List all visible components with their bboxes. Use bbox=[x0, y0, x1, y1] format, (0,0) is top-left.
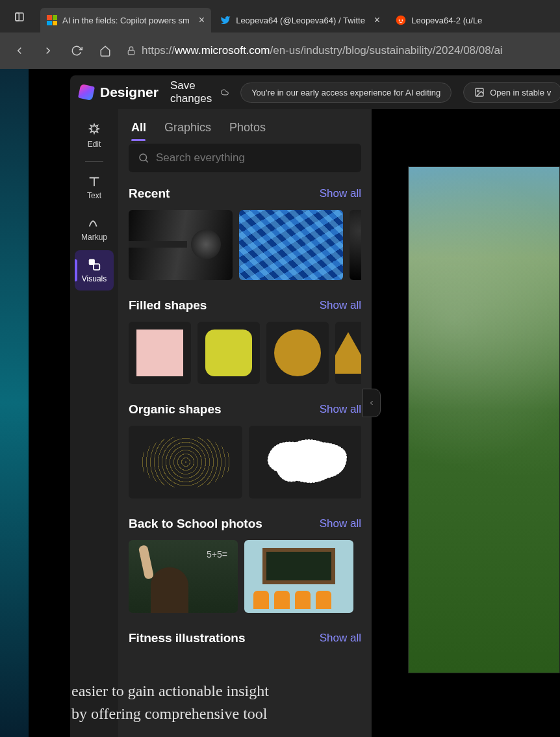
svg-rect-1 bbox=[16, 13, 19, 21]
twitter-icon bbox=[220, 15, 231, 25]
address-bar: https://www.microsoft.com/en-us/industry… bbox=[0, 32, 560, 69]
recent-row bbox=[129, 210, 361, 280]
rail-visuals[interactable]: Visuals bbox=[75, 250, 114, 291]
school-thumb[interactable]: 5+5= bbox=[129, 540, 238, 613]
back-button[interactable] bbox=[6, 38, 32, 64]
recent-thumb[interactable] bbox=[239, 210, 343, 280]
svg-point-3 bbox=[399, 19, 400, 21]
canvas-image[interactable] bbox=[408, 166, 560, 673]
show-all-school[interactable]: Show all bbox=[320, 517, 361, 530]
shape-triangle-ochre[interactable] bbox=[335, 322, 361, 384]
browser-tab-strip: AI in the fields: Copilot powers sm × Le… bbox=[0, 0, 560, 32]
recent-thumb[interactable] bbox=[129, 210, 233, 280]
svg-point-10 bbox=[140, 154, 147, 161]
tab-title: Leopeva64 (@Leopeva64) / Twitte bbox=[236, 16, 365, 25]
separator bbox=[85, 161, 103, 162]
lock-icon bbox=[126, 45, 136, 56]
organic-shape-dots[interactable] bbox=[129, 426, 242, 498]
shape-rounded-yellow[interactable] bbox=[197, 322, 260, 384]
open-stable-button[interactable]: Open in stable v bbox=[463, 82, 560, 103]
article-line: easier to gain actionable insight bbox=[71, 680, 560, 703]
close-icon[interactable]: × bbox=[199, 14, 205, 26]
collapse-panel-button[interactable] bbox=[363, 389, 381, 417]
svg-point-7 bbox=[477, 90, 479, 92]
home-button[interactable] bbox=[92, 38, 118, 64]
tab-actions-icon[interactable] bbox=[8, 5, 31, 29]
chevron-left-icon bbox=[368, 399, 375, 407]
page-background bbox=[0, 69, 29, 737]
tab-photos[interactable]: Photos bbox=[229, 121, 266, 135]
reddit-icon bbox=[396, 15, 406, 25]
tab-reddit[interactable]: Leopeva64-2 (u/Le bbox=[389, 8, 489, 32]
show-all-recent[interactable]: Show all bbox=[320, 187, 361, 200]
url-text: https://www.microsoft.com/en-us/industry… bbox=[142, 44, 503, 57]
tab-graphics[interactable]: Graphics bbox=[164, 121, 211, 135]
microsoft-icon bbox=[47, 15, 57, 25]
refresh-button[interactable] bbox=[64, 38, 90, 64]
article-line: by offering comprehensive tool bbox=[71, 703, 560, 725]
tool-rail: Edit Text Markup Visuals bbox=[70, 109, 118, 737]
shape-square-pink[interactable] bbox=[129, 322, 191, 384]
organic-shapes-row bbox=[129, 426, 361, 498]
designer-logo[interactable]: Designer bbox=[79, 84, 159, 100]
tab-twitter[interactable]: Leopeva64 (@Leopeva64) / Twitte × bbox=[214, 8, 387, 32]
svg-rect-9 bbox=[94, 264, 99, 270]
active-indicator bbox=[75, 259, 77, 281]
rail-edit[interactable]: Edit bbox=[75, 116, 114, 156]
search-box[interactable] bbox=[129, 144, 361, 172]
tab-ai-in-fields[interactable]: AI in the fields: Copilot powers sm × bbox=[40, 8, 211, 32]
tab-title: Leopeva64-2 (u/Le bbox=[411, 16, 482, 25]
tab-title: AI in the fields: Copilot powers sm bbox=[62, 16, 190, 25]
designer-panel: Designer Save changes You're in our earl… bbox=[70, 75, 560, 737]
early-access-banner: You're in our early access experience fo… bbox=[240, 83, 452, 103]
organic-shape-blob[interactable] bbox=[249, 426, 361, 498]
shape-circle-ochre[interactable] bbox=[266, 322, 329, 384]
svg-point-4 bbox=[402, 19, 403, 21]
close-icon[interactable]: × bbox=[374, 14, 380, 26]
rail-markup[interactable]: Markup bbox=[75, 209, 114, 249]
visuals-tabs: All Graphics Photos bbox=[129, 116, 361, 144]
section-filled-title: Filled shapes bbox=[129, 298, 207, 313]
url-field[interactable]: https://www.microsoft.com/en-us/industry… bbox=[121, 44, 554, 57]
show-all-fitness[interactable]: Show all bbox=[320, 632, 361, 645]
school-row: 5+5= bbox=[129, 540, 361, 613]
page-content: Designer Save changes You're in our earl… bbox=[0, 69, 560, 737]
tab-all[interactable]: All bbox=[131, 121, 146, 135]
filled-shapes-row bbox=[129, 322, 361, 384]
forward-button[interactable] bbox=[35, 38, 61, 64]
search-input[interactable] bbox=[156, 151, 352, 164]
section-organic-title: Organic shapes bbox=[129, 402, 222, 417]
section-fitness-title: Fitness illustrations bbox=[129, 631, 245, 645]
article-text: easier to gain actionable insight by off… bbox=[71, 680, 560, 725]
section-school-title: Back to School photos bbox=[129, 517, 262, 531]
svg-rect-5 bbox=[128, 50, 134, 55]
canvas-area bbox=[372, 109, 560, 737]
app-name: Designer bbox=[100, 84, 159, 100]
section-recent-title: Recent bbox=[129, 187, 170, 201]
designer-logo-icon bbox=[78, 84, 95, 101]
search-icon bbox=[138, 152, 149, 164]
show-all-filled[interactable]: Show all bbox=[320, 299, 361, 312]
image-icon bbox=[474, 87, 485, 97]
cloud-icon bbox=[221, 86, 229, 98]
school-thumb[interactable] bbox=[244, 540, 353, 613]
designer-header: Designer Save changes You're in our earl… bbox=[70, 75, 560, 109]
rail-text[interactable]: Text bbox=[75, 167, 114, 207]
show-all-organic[interactable]: Show all bbox=[320, 403, 361, 416]
visuals-panel: All Graphics Photos Recent Show all bbox=[118, 109, 372, 737]
svg-point-2 bbox=[396, 16, 406, 25]
recent-thumb[interactable] bbox=[350, 210, 361, 280]
save-changes-button[interactable]: Save changes bbox=[170, 79, 229, 105]
